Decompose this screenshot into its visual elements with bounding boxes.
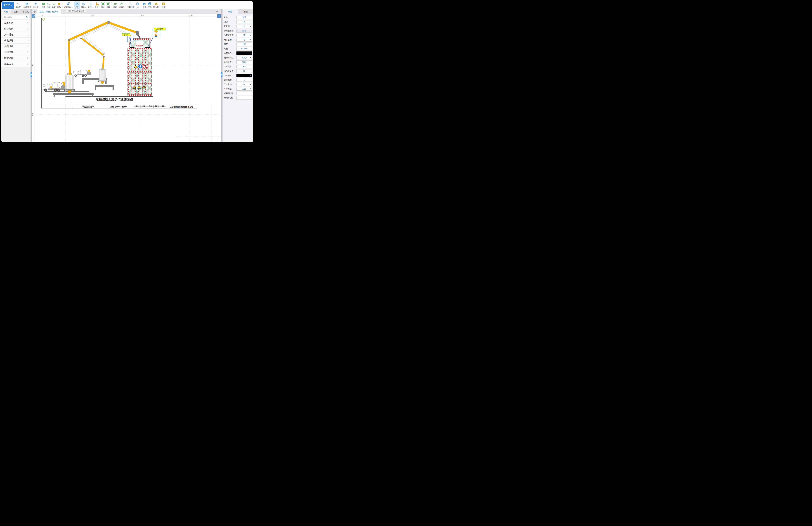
toolbar-item-dimension[interactable]: 尺寸 <box>94 1 100 9</box>
prop-row-border-width: 边框宽度 <box>224 78 252 82</box>
info-height-input[interactable] <box>237 70 252 73</box>
chevron-down-icon <box>250 57 251 58</box>
toolbar-item-scale[interactable]: 1:1 比例尺 <box>15 1 21 9</box>
scale-field[interactable] <box>236 47 252 50</box>
ruler-origin-button[interactable] <box>32 14 35 18</box>
grid-snap-select[interactable]: 否 <box>236 38 252 42</box>
sidebar-item-walkways[interactable]: 人行通道 <box>1 32 30 38</box>
sidebar-tab-components[interactable]: 组件 <box>1 9 11 14</box>
sidebar-item-temp-power[interactable]: 临电设施 <box>1 38 30 44</box>
toolbar-item-upload-background[interactable]: 上传背景图 <box>21 1 32 9</box>
file-menu-label: 文件(F) <box>3 4 11 7</box>
scale-input[interactable] <box>237 47 252 50</box>
top-ruler[interactable]: 0 500 1000 1500 <box>32 14 221 16</box>
font-family-select[interactable]: Arial <box>236 87 252 91</box>
canvas-viewport[interactable]: 禁止翻越防护 <box>32 14 221 142</box>
info-height-field[interactable] <box>236 69 252 73</box>
border-height-input[interactable] <box>237 65 252 68</box>
layer-input[interactable] <box>237 43 252 46</box>
background-image-select[interactable]: 空 <box>236 25 252 28</box>
prop-row-border-height: 边框高度 <box>224 65 252 68</box>
font-size-select[interactable]: 24 <box>236 83 252 86</box>
toolbar-item-redo[interactable]: 恢复 <box>51 1 57 9</box>
mandatory-sign-safety-harness[interactable] <box>139 64 142 68</box>
collapse-left-panel-handle[interactable] <box>30 72 32 77</box>
tab-properties[interactable]: 属性 <box>222 9 238 14</box>
toolbar-item-favorite[interactable]: 收藏 <box>161 1 166 9</box>
border-width-input[interactable] <box>237 78 252 82</box>
sidebar-item-protection-facilities[interactable]: 防护设施 <box>1 55 30 61</box>
ruler-label-500: 500 <box>91 14 94 16</box>
toolbar-item-eraser[interactable]: 橡皮擦 <box>32 1 39 9</box>
border-color-swatch[interactable] <box>236 74 252 77</box>
export-image-icon <box>155 2 159 5</box>
toolbar-item-label: 绑定 <box>113 6 117 9</box>
background-manage-button[interactable]: 操作 <box>236 29 252 33</box>
name-field[interactable] <box>236 16 252 19</box>
protection-sign-text: 禁止翻越防护 <box>136 45 143 47</box>
toolbar-item-bind[interactable]: 绑定 <box>113 1 118 9</box>
toolbar-item-ungroup[interactable]: 分解 <box>105 1 111 9</box>
y-guide-field[interactable] <box>236 96 252 100</box>
search-icon[interactable] <box>26 16 28 19</box>
search-input[interactable] <box>3 15 29 19</box>
toolbar-item-mirror[interactable]: 镜像 <box>81 1 87 9</box>
toolbar-item-delete[interactable]: 删除 <box>57 1 62 9</box>
cube-3d-icon <box>136 2 139 5</box>
sidebar-tab-icons[interactable]: 图标 <box>11 9 21 14</box>
pump-truck-rear-1[interactable] <box>64 73 75 93</box>
border-width-field[interactable] <box>236 78 252 82</box>
sidebar-item-engineering-structures[interactable]: 工程结构 <box>1 49 30 55</box>
x-guide-field[interactable] <box>236 92 252 95</box>
tab-overflow-button[interactable] <box>216 9 218 14</box>
prop-row-x-guide: X轴辅助线 <box>224 92 252 95</box>
left-ruler[interactable]: 500 1000 <box>32 16 34 142</box>
name-input[interactable] <box>237 16 252 19</box>
toolbar-item-3d[interactable]: 3D <box>135 1 140 9</box>
sidebar-item-basic-shapes[interactable]: 基本图形 <box>1 20 30 26</box>
header-audit: 审核 <box>149 105 152 107</box>
collapse-right-panel-handle[interactable] <box>221 72 222 77</box>
tab-layers[interactable]: 图层 <box>238 9 253 14</box>
file-menu-button[interactable]: 文件(F) <box>2 2 14 9</box>
fit-to-screen-button[interactable] <box>217 14 221 18</box>
y-guide-input[interactable] <box>237 96 252 99</box>
document-tab[interactable]: 立柱（墩身）砼浇筑 <box>37 9 61 14</box>
border-length-input[interactable] <box>237 61 252 64</box>
border-length-field[interactable] <box>236 60 252 64</box>
layer-field[interactable] <box>236 43 252 46</box>
toolbar-item-print[interactable]: 打印 <box>147 1 152 9</box>
toolbar-item-preview[interactable]: 预览 <box>142 1 147 9</box>
toolbar-item-distribute[interactable]: 散列 <box>87 1 94 9</box>
right-panel-divider[interactable] <box>221 9 222 142</box>
toolbar-item-align[interactable]: 对齐 <box>74 1 81 9</box>
drawing-scene[interactable]: 禁止翻越防护 <box>32 14 221 142</box>
prohibition-sign[interactable] <box>143 64 148 69</box>
toolbar-item-group[interactable]: 组合 <box>100 1 105 9</box>
toolbar-item-paste-offset[interactable]: 粘贴偏移 <box>63 1 74 9</box>
add-tab-button[interactable] <box>32 9 37 14</box>
pump-truck-rear-2[interactable] <box>98 68 106 84</box>
left-panel-divider[interactable] <box>30 9 32 142</box>
toolbar-item-save[interactable]: 保存 <box>41 1 46 9</box>
toolbar-item-unbind[interactable]: 解绑定 <box>118 1 125 9</box>
ground-line[interactable] <box>65 96 153 97</box>
sidebar-tab-custom[interactable]: 自定义 <box>21 9 30 14</box>
sidebar-item-support-facilities[interactable]: 支撑设施 <box>1 44 30 49</box>
properties-tabs: 属性 图层 <box>222 9 253 14</box>
toolbar-item-undo[interactable]: 撤销 <box>46 1 51 9</box>
lock-select[interactable]: 否 <box>236 20 252 24</box>
mixer1-ground-bar[interactable] <box>45 91 89 92</box>
prop-label: X轴辅助线 <box>224 92 236 95</box>
drawing-sheet[interactable] <box>42 18 197 108</box>
sidebar-item-construction-workers[interactable]: 施工人员 <box>1 61 30 67</box>
toolbar-item-build-steps[interactable]: 拆建步骤 <box>127 1 135 9</box>
toolbar-item-export-image[interactable]: 导出图片 <box>152 1 161 9</box>
sidebar-item-temp-facilities[interactable]: 临建设施 <box>1 26 30 32</box>
frame-size-select[interactable]: 自定义 <box>236 56 252 59</box>
fit-background-select[interactable]: 否 <box>236 34 252 37</box>
fill-color-swatch[interactable] <box>236 52 252 55</box>
x-guide-input[interactable] <box>237 92 252 95</box>
border-height-field[interactable] <box>236 65 252 68</box>
sidebar-tabs: 组件 图标 自定义 <box>1 9 30 14</box>
